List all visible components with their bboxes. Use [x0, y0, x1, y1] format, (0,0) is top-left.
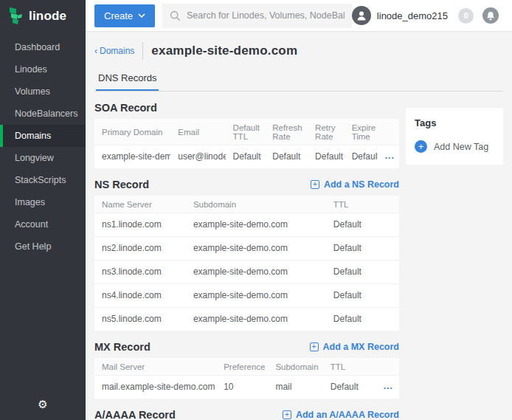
table-row: example-site-demo.comuser@linode.comDefa…: [94, 145, 399, 169]
top-navbar: Create linode_demo215 0: [86, 0, 512, 32]
add-ns-record-button[interactable]: + Add a NS Record: [311, 179, 399, 190]
sidebar-item-nodebalancers[interactable]: NodeBalancers: [0, 103, 86, 125]
create-button[interactable]: Create: [94, 4, 155, 27]
column-header: Retry Rate: [308, 119, 345, 145]
table-cell: 10: [216, 376, 268, 399]
notifications-button[interactable]: [482, 7, 499, 24]
add-mx-record-label: Add a MX Record: [323, 342, 400, 352]
table-cell: mail: [268, 376, 322, 399]
breadcrumb-back-link[interactable]: ‹ Domains: [94, 46, 134, 56]
add-new-tag-label: Add New Tag: [434, 142, 488, 152]
table-row: ns5.linode.comexample-site-demo.comDefau…: [94, 308, 399, 331]
add-ns-record-label: Add a NS Record: [324, 179, 399, 190]
sidebar-item-longview[interactable]: Longview: [0, 147, 86, 169]
table-cell: example-site-demo.com: [186, 261, 326, 284]
table-cell: Default: [326, 308, 399, 331]
column-header: Name Server: [94, 196, 186, 213]
breadcrumb-divider: [142, 42, 143, 60]
table-header-row: Mail ServerPreferenceSubdomainTTL: [94, 358, 399, 376]
plus-square-icon: +: [311, 180, 319, 189]
tab-dns-records[interactable]: DNS Records: [96, 69, 159, 91]
user-avatar[interactable]: [352, 6, 371, 25]
add-new-tag-button[interactable]: + Add New Tag: [415, 140, 494, 153]
add-a-aaaa-record-label: Add an A/AAAA Record: [296, 410, 399, 420]
sidebar-item-stackscripts[interactable]: StackScripts: [0, 169, 86, 191]
table-cell: ns1.linode.com: [94, 213, 186, 237]
table-cell: Default: [323, 376, 375, 399]
column-header: Refresh Rate: [265, 119, 308, 145]
row-actions-button[interactable]: •••: [385, 154, 395, 161]
breadcrumb: ‹ Domains example-site-demo.com: [94, 42, 503, 60]
ns-record-table: Name ServerSubdomainTTLns1.linode.comexa…: [94, 196, 399, 331]
table-cell: Default: [326, 213, 399, 237]
table-cell: Default: [308, 145, 345, 169]
add-a-aaaa-record-button[interactable]: + Add an A/AAAA Record: [283, 410, 399, 420]
soa-record-section: SOA Record Primary DomainEmailDefault TT…: [94, 101, 399, 168]
notification-count-badge[interactable]: 0: [458, 8, 474, 24]
sidebar-item-account[interactable]: Account: [0, 213, 86, 235]
chevron-down-icon: [138, 13, 145, 18]
person-icon: [356, 10, 367, 21]
plus-circle-icon: +: [415, 140, 427, 153]
table-cell: Default: [326, 237, 399, 261]
main-content: ‹ Domains example-site-demo.com DNS Reco…: [86, 32, 512, 420]
column-header: TTL: [323, 358, 375, 376]
row-actions-button[interactable]: •••: [384, 385, 393, 391]
table-row: mail.example-site-demo.com10mailDefault•…: [94, 376, 399, 399]
table-cell: Default: [226, 145, 266, 169]
sidebar-item-domains[interactable]: Domains: [0, 125, 86, 147]
sidebar: linode DashboardLinodesVolumesNodeBalanc…: [0, 0, 86, 420]
linode-logo[interactable]: linode: [0, 0, 86, 32]
brand-name: linode: [29, 9, 66, 24]
table-cell: example-site-demo.com: [186, 237, 326, 261]
column-header: Default TTL: [226, 119, 266, 145]
mx-record-table: Mail ServerPreferenceSubdomainTTLmail.ex…: [94, 358, 399, 399]
section-title-ns: NS Record: [94, 179, 149, 190]
user-cluster: linode_demo215 0: [352, 6, 512, 25]
username[interactable]: linode_demo215: [377, 10, 448, 21]
table-cell: mail.example-site-demo.com: [94, 376, 216, 399]
search-box[interactable]: [162, 4, 352, 28]
sidebar-item-get-help[interactable]: Get Help: [0, 235, 86, 258]
table-row: ns4.linode.comexample-site-demo.comDefau…: [94, 284, 399, 308]
table-cell: example-site-demo.com: [94, 145, 170, 169]
mx-record-section: MX Record + Add a MX Record Mail ServerP…: [94, 340, 399, 399]
breadcrumb-back-label: Domains: [100, 46, 134, 56]
search-input[interactable]: [187, 10, 345, 21]
a-aaaa-record-section: A/AAAA Record + Add an A/AAAA Record Hos…: [94, 408, 399, 420]
actions-cell: •••: [375, 376, 399, 399]
page-title: example-site-demo.com: [151, 44, 297, 58]
search-icon: [170, 10, 181, 21]
table-row: ns2.linode.comexample-site-demo.comDefau…: [94, 237, 399, 261]
column-header: Email: [170, 119, 225, 145]
section-title-mx: MX Record: [94, 341, 151, 353]
column-header: TTL: [326, 196, 399, 213]
column-header: Subdomain: [268, 358, 322, 376]
actions-cell: •••: [378, 145, 399, 169]
sidebar-nav: DashboardLinodesVolumesNodeBalancersDoma…: [0, 36, 86, 258]
table-header-row: Name ServerSubdomainTTL: [94, 196, 399, 213]
sidebar-item-images[interactable]: Images: [0, 191, 86, 213]
table-cell: Default: [265, 145, 308, 169]
add-mx-record-button[interactable]: + Add a MX Record: [310, 342, 400, 352]
table-cell: user@linode.com: [170, 145, 225, 169]
tags-panel-title: Tags: [415, 117, 494, 128]
soa-record-table: Primary DomainEmailDefault TTLRefresh Ra…: [94, 119, 399, 168]
section-title-a-aaaa: A/AAAA Record: [94, 409, 176, 420]
table-cell: Default: [326, 261, 399, 284]
section-title-soa: SOA Record: [94, 102, 157, 114]
sidebar-item-dashboard[interactable]: Dashboard: [0, 36, 86, 58]
tab-bar: DNS Records: [94, 69, 503, 92]
sidebar-item-volumes[interactable]: Volumes: [0, 80, 86, 103]
table-cell: Default: [345, 145, 378, 169]
table-cell: ns3.linode.com: [94, 261, 186, 284]
bell-icon: [486, 11, 495, 21]
sidebar-item-linodes[interactable]: Linodes: [0, 58, 86, 80]
table-cell: Default: [326, 284, 399, 308]
records-column: SOA Record Primary DomainEmailDefault TT…: [94, 92, 399, 420]
ns-record-section: NS Record + Add a NS Record Name ServerS…: [94, 178, 399, 331]
linode-logo-icon: [8, 7, 24, 26]
settings-gear-icon[interactable]: ⚙: [0, 398, 86, 411]
table-cell: example-site-demo.com: [186, 284, 326, 308]
table-cell: example-site-demo.com: [186, 213, 326, 237]
